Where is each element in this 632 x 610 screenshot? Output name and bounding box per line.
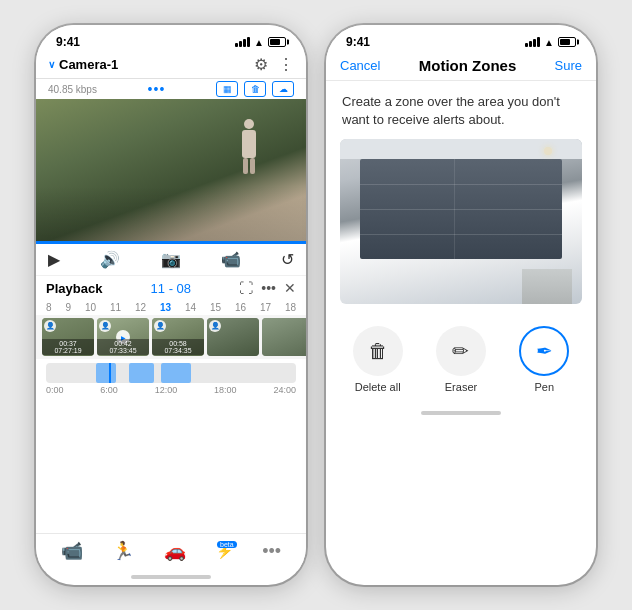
- camera-icon[interactable]: 📷: [161, 250, 181, 269]
- nav-video-icon: 📹: [61, 540, 83, 562]
- garage-panel-right: [467, 159, 562, 259]
- tl-11: 11: [110, 302, 121, 313]
- right-signal-icon: [525, 37, 540, 47]
- sure-button[interactable]: Sure: [555, 58, 582, 73]
- tl-18: 18: [285, 302, 296, 313]
- thumb-person-icon-2: 👤: [99, 320, 111, 332]
- delete-all-tool[interactable]: 🗑 Delete all: [353, 326, 403, 393]
- camera-name-label: Camera-1: [59, 57, 118, 72]
- left-status-icons: ▲: [235, 37, 286, 48]
- nav-beta[interactable]: ⚡ beta: [216, 543, 233, 560]
- tl-14: 14: [185, 302, 196, 313]
- fullscreen-icon[interactable]: ⛶: [239, 280, 253, 296]
- tl-9: 9: [65, 302, 71, 313]
- motion-description: Create a zone over the area you don't wa…: [326, 81, 596, 139]
- right-time: 9:41: [346, 35, 370, 49]
- right-status-icons: ▲: [525, 37, 576, 48]
- thumb-2[interactable]: ▶ 👤 00:4207:33:45: [97, 318, 149, 356]
- garage-panel-left: [360, 159, 455, 259]
- beta-badge: beta: [217, 541, 237, 548]
- thumb-2-time: 00:4207:33:45: [97, 339, 149, 355]
- eraser-tool[interactable]: ✏ Eraser: [436, 326, 486, 393]
- thumbnails-row: 👤 00:3707:27:19 ▶ 👤 00:4207:33:45 👤 00:5…: [36, 315, 306, 359]
- motion-zones-title: Motion Zones: [419, 57, 517, 74]
- dots-blue: •••: [148, 81, 166, 97]
- kbps-label: 40.85 kbps: [48, 84, 97, 95]
- timeline-numbers: 8 9 10 11 12 13 14 15 16 17 18: [36, 300, 306, 315]
- playback-more-icon[interactable]: •••: [261, 280, 276, 296]
- tl-label-24: 24:00: [273, 385, 296, 395]
- header-icons: ⚙ ⋮: [254, 55, 294, 74]
- tl-label-6: 6:00: [100, 385, 118, 395]
- play-icon[interactable]: ▶: [48, 250, 60, 269]
- tl-8: 8: [46, 302, 52, 313]
- right-phone: 9:41 ▲ Cancel Motion Zone: [326, 25, 596, 585]
- video-icon[interactable]: 📹: [221, 250, 241, 269]
- timeline-cursor: [109, 363, 111, 383]
- icon-grid[interactable]: ▦: [216, 81, 238, 97]
- tl-16: 16: [235, 302, 246, 313]
- pen-label: Pen: [535, 381, 555, 393]
- timeline-segments: [46, 363, 296, 383]
- rotate-icon[interactable]: ↺: [281, 250, 294, 269]
- playback-date[interactable]: 11 - 08: [151, 281, 191, 296]
- delete-all-label: Delete all: [355, 381, 401, 393]
- thumb-3[interactable]: 👤 00:5807:34:35: [152, 318, 204, 356]
- right-phone-screen: 9:41 ▲ Cancel Motion Zone: [326, 25, 596, 585]
- tl-12: 12: [135, 302, 146, 313]
- nav-more[interactable]: •••: [262, 541, 281, 563]
- battery-icon: [268, 37, 286, 47]
- subheader: 40.85 kbps ••• ▦ 🗑 ☁: [36, 79, 306, 99]
- nav-activity[interactable]: 🏃: [112, 540, 134, 563]
- tl-label-18: 18:00: [214, 385, 237, 395]
- camera-header: ∨ Camera-1 ⚙ ⋮: [36, 53, 306, 79]
- garage-image: [340, 139, 582, 304]
- playback-icons: ⛶ ••• ✕: [239, 280, 296, 296]
- thumb-1-time: 00:3707:27:19: [42, 339, 94, 355]
- icon-delete[interactable]: 🗑: [244, 81, 266, 97]
- nav-car-icon: 🚗: [164, 540, 186, 562]
- pen-tool[interactable]: ✒ Pen: [519, 326, 569, 393]
- tl-17: 17: [260, 302, 271, 313]
- icon-cloud[interactable]: ☁: [272, 81, 294, 97]
- thumb-3-time: 00:5807:34:35: [152, 339, 204, 355]
- timeline-bar[interactable]: 0:00 6:00 12:00 18:00 24:00: [36, 359, 306, 399]
- eraser-label: Eraser: [445, 381, 477, 393]
- cancel-button[interactable]: Cancel: [340, 58, 380, 73]
- motion-zones-header: Cancel Motion Zones Sure: [326, 53, 596, 81]
- thumb-person-icon: 👤: [44, 320, 56, 332]
- right-battery-icon: [558, 37, 576, 47]
- home-indicator: [131, 575, 211, 579]
- bottom-nav: 📹 🏃 🚗 ⚡ beta •••: [36, 533, 306, 571]
- right-phone-notch: [416, 25, 506, 47]
- nav-video[interactable]: 📹: [61, 540, 83, 563]
- more-icon[interactable]: ⋮: [278, 55, 294, 74]
- progress-bar: [36, 241, 306, 244]
- subheader-icons: ▦ 🗑 ☁: [216, 81, 294, 97]
- thumb-person-icon-3: 👤: [154, 320, 166, 332]
- close-icon[interactable]: ✕: [284, 280, 296, 296]
- feed-overlay: [36, 99, 306, 244]
- timeline-labels: 0:00 6:00 12:00 18:00 24:00: [46, 385, 296, 395]
- thumb-5[interactable]: [262, 318, 306, 356]
- signal-icon: [235, 37, 250, 47]
- chevron-down-icon: ∨: [48, 59, 55, 70]
- tl-10: 10: [85, 302, 96, 313]
- playback-header: Playback 11 - 08 ⛶ ••• ✕: [36, 276, 306, 300]
- thumb-1[interactable]: 👤 00:3707:27:19: [42, 318, 94, 356]
- eraser-button[interactable]: ✏: [436, 326, 486, 376]
- camera-title[interactable]: ∨ Camera-1: [48, 57, 118, 72]
- delete-all-button[interactable]: 🗑: [353, 326, 403, 376]
- thumb-4[interactable]: 👤: [207, 318, 259, 356]
- tl-15: 15: [210, 302, 221, 313]
- speaker-icon[interactable]: 🔊: [100, 250, 120, 269]
- garage-steps: [522, 269, 572, 304]
- person-silhouette: [240, 119, 258, 174]
- pen-button[interactable]: ✒: [519, 326, 569, 376]
- thumb-person-icon-4: 👤: [209, 320, 221, 332]
- tl-13-active[interactable]: 13: [160, 302, 171, 313]
- settings-icon[interactable]: ⚙: [254, 55, 268, 74]
- timeline-background: [46, 363, 296, 383]
- nav-car[interactable]: 🚗: [164, 540, 186, 563]
- camera-feed: [36, 99, 306, 244]
